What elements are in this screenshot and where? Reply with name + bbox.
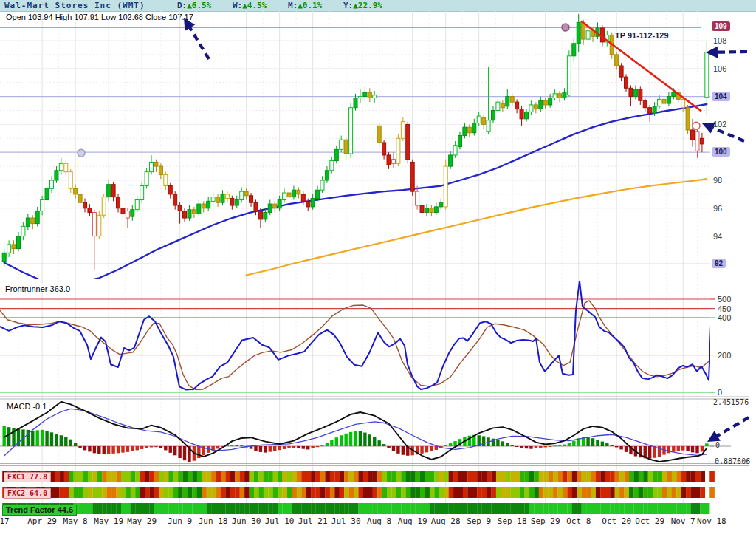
date-tick-label: Sep 29 — [531, 516, 560, 526]
heatmap-row-trend — [2, 503, 709, 514]
price-level-badge: 109 — [712, 21, 730, 31]
price-tick-label: 96 — [713, 204, 746, 213]
macd-max-label: 2.451576 — [713, 398, 749, 406]
date-tick-label: Jul 30 — [331, 516, 361, 526]
pivot-circle-icon — [562, 24, 569, 31]
pivot-circle-icon — [78, 149, 85, 157]
price-level-badge: 92 — [712, 259, 726, 268]
date-tick-label: Aug 19 — [398, 516, 427, 526]
date-tick-label: Jun 9 — [168, 516, 192, 526]
price-level-badge: 104 — [712, 92, 730, 101]
date-tick-label: Jul 21 — [298, 516, 328, 526]
price-level-badge: 100 — [712, 147, 730, 157]
dashed-arrow-shaft — [715, 52, 747, 52]
target-price-annotation: TP 91-112-129 — [615, 31, 669, 40]
fxc2-strip-label: FXC2 64.0 — [4, 488, 51, 499]
frontrunner-level-label: 400 — [718, 313, 731, 322]
fxc1-strip-label: FXC1 77.8 — [4, 472, 51, 482]
date-tick-label: Jun 18 — [199, 516, 228, 526]
date-tick-label: Apr 29 — [27, 516, 57, 526]
frontrunner-fast-line — [0, 281, 711, 389]
date-tick-label: May 8 — [63, 516, 88, 526]
trend-factor-strip-label: Trend Factor 44.6 — [2, 505, 77, 516]
price-tick-label: 106 — [713, 64, 746, 73]
macd-min-label: -0.887606 — [710, 457, 750, 465]
date-axis: Apr 17Apr 29May 8May 19May 29Jun 9Jun 18… — [0, 516, 726, 526]
date-tick-label: Aug 28 — [431, 516, 461, 526]
frontrunner-level-label: 0 — [718, 388, 722, 397]
date-tick-label: May 19 — [94, 516, 123, 526]
heatmap-row-fxc2 — [2, 487, 715, 498]
macd-panel-label: MACD -0.1 — [4, 402, 49, 411]
price-tick-label: 102 — [713, 120, 746, 129]
dashed-arrow-shaft — [715, 417, 749, 437]
price-tick-label: 98 — [713, 176, 746, 185]
date-tick-label: Apr 17 — [0, 516, 10, 526]
frontrunner-level-label: 500 — [718, 295, 731, 304]
frontrunner-level-label: 450 — [718, 304, 731, 313]
date-tick-label: Sep 9 — [467, 516, 491, 526]
date-tick-label: Sep 18 — [498, 516, 527, 526]
date-tick-label: Jun 30 — [232, 516, 261, 526]
date-tick-label: Aug 8 — [367, 516, 391, 526]
dashed-arrow-shaft — [188, 25, 209, 59]
date-tick-label: Nov 7 — [671, 516, 695, 526]
price-tick-label: 108 — [713, 36, 746, 45]
price-gridlines — [0, 41, 710, 264]
date-tick-label: Oct 20 — [602, 516, 631, 526]
pivot-circle-icon — [693, 122, 700, 129]
price-tick-label: 94 — [713, 232, 746, 241]
date-tick-label: Oct 29 — [635, 516, 664, 526]
heatmap-row-fxc1 — [2, 471, 715, 482]
date-tick-label: May 29 — [127, 516, 157, 526]
date-tick-label: Jul 10 — [265, 516, 295, 526]
dashed-arrow-shaft — [710, 127, 744, 141]
frontrunner-panel-label: Frontrunner 363.0 — [3, 284, 72, 293]
vertical-gridlines — [18, 11, 697, 516]
frontrunner-level-label: 200 — [718, 351, 731, 360]
date-tick-label: Nov 18 — [697, 516, 726, 526]
macd-zero-label: 0 — [715, 441, 720, 449]
date-tick-label: Oct 8 — [566, 516, 591, 526]
